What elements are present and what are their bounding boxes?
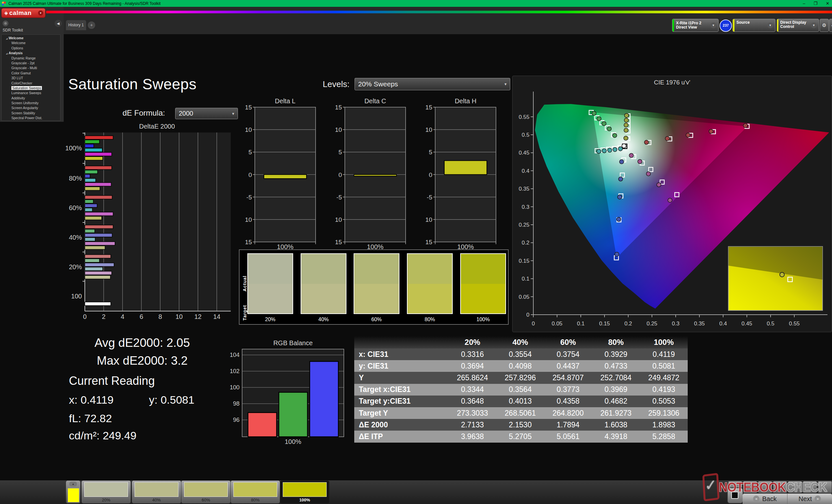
level-tile-100%[interactable]: 100% [280, 481, 329, 503]
svg-text:0.55: 0.55 [519, 114, 529, 120]
patch-color-tile[interactable]: ▲ [66, 481, 80, 503]
page-title: Saturation Sweeps [68, 75, 224, 93]
svg-text:Delta C: Delta C [364, 97, 386, 105]
svg-text:0.05: 0.05 [519, 294, 529, 300]
sidebar-pin-button[interactable] [3, 21, 8, 26]
svg-text:4: 4 [121, 313, 124, 320]
row-label: ΔE 2000 [354, 421, 448, 429]
sidebar-item-options[interactable]: Options [2, 46, 60, 51]
de-formula-select[interactable]: 2000 ▼ [175, 108, 238, 119]
levels-select[interactable]: 20% Sweeps ▼ [355, 78, 510, 90]
row-label: y: CIE31 [354, 362, 448, 370]
sidebar-item-grayscale-2pt[interactable]: Grayscale - 2pt [2, 61, 60, 65]
table-cell: 0.4733 [592, 362, 640, 370]
sidebar-item-dynamic-range[interactable]: Dynamic Range [2, 56, 60, 61]
table-row: ΔE ITP3.96385.27055.05614.39185.2858 [354, 430, 688, 442]
svg-text:96: 96 [233, 417, 239, 423]
settings-gear-button[interactable]: ⚙ [820, 19, 829, 32]
source-dropdown[interactable]: Source ▼ [732, 19, 776, 32]
actual-axis-label: Actual [242, 276, 247, 291]
avg-de2000: Avg dE2000: 2.05 [54, 334, 231, 352]
display-control-dropdown[interactable]: Direct Display Control ▼ [777, 19, 819, 32]
table-row: ΔE 20002.71332.15301.78941.60381.8983 [354, 419, 688, 430]
sidebar-item-saturation-sweeps[interactable]: Saturation Sweeps [2, 86, 60, 91]
source-label: Source [736, 21, 750, 25]
maximize-button[interactable]: ❐ [813, 0, 817, 7]
sidebar-item-additivity[interactable]: Additivity [2, 96, 60, 101]
svg-text:80%: 80% [69, 175, 82, 182]
table-header-row: 20%40%60%80%100% [354, 336, 688, 348]
actual-swatch [408, 254, 452, 284]
sidebar-item-screen-stability[interactable]: Screen Stability [2, 111, 60, 116]
svg-text:100%: 100% [285, 438, 301, 445]
sidebar-item-colorchecker[interactable]: ColorChecker [2, 81, 60, 86]
sidebar-item-welcome[interactable]: ◢Welcome [2, 36, 60, 40]
minimize-button[interactable]: – [803, 0, 805, 7]
svg-text:-15: -15 [335, 239, 342, 246]
level-tile-40%[interactable]: 40% [132, 481, 181, 503]
svg-text:102: 102 [230, 368, 239, 374]
calman-menu-button[interactable]: ◈ calman ▾ [1, 8, 46, 18]
target-swatch [248, 284, 292, 314]
expander-icon[interactable]: ◢ [6, 52, 7, 55]
delta-h-chart: Delta H151050-5-10-15100% [426, 97, 500, 250]
svg-text:0.55: 0.55 [789, 320, 800, 327]
chevron-up-icon: ▲ [69, 482, 77, 486]
tab-history-1[interactable]: History 1 [66, 20, 86, 30]
table-cell: 259.1306 [640, 409, 688, 418]
add-tab-button[interactable]: + [88, 22, 95, 29]
svg-text:0.1: 0.1 [577, 320, 585, 327]
level-tile-80%[interactable]: 80% [231, 481, 280, 503]
swatch-label: 20% [248, 317, 292, 323]
table-cell: 2.7133 [448, 421, 496, 429]
svg-text:2: 2 [102, 313, 105, 320]
table-cell: 0.5053 [640, 397, 688, 405]
expander-icon[interactable]: ◢ [6, 37, 7, 39]
meter-mode: Direct View [676, 25, 701, 30]
table-cell: 0.3316 [448, 350, 496, 359]
svg-text:0.35: 0.35 [519, 186, 529, 192]
svg-text:100: 100 [230, 384, 239, 391]
source-status-bar [733, 19, 734, 31]
sidebar-collapse-button[interactable]: ◀ [55, 20, 62, 27]
svg-text:0.15: 0.15 [519, 258, 529, 264]
meter-reading-badge[interactable]: 237 [720, 20, 732, 32]
svg-text:15: 15 [426, 104, 432, 111]
sidebar-item-3d-lut[interactable]: 3D LUT [2, 76, 60, 81]
levels-label: Levels: [323, 79, 349, 89]
swatch-label: 40% [301, 317, 346, 323]
svg-text:0.5: 0.5 [522, 132, 529, 138]
deltae2000-chart: DeltaE 200002468101214100%80%60%40%20%10… [46, 123, 234, 323]
current-patch-swatch [68, 488, 79, 502]
svg-text:20%: 20% [69, 263, 82, 271]
sidebar-item-luminance-sweeps[interactable]: Luminance Sweeps [2, 91, 60, 95]
svg-text:5: 5 [429, 149, 432, 156]
tile-label: 40% [132, 498, 181, 502]
table-cell: 0.3648 [448, 397, 496, 405]
svg-text:5: 5 [338, 149, 342, 156]
actual-swatch [248, 254, 292, 284]
sidebar-item-spectral-power-dist-[interactable]: Spectral Power Dist. [2, 116, 60, 120]
sidebar-item-analysis[interactable]: ◢Analysis [2, 51, 60, 56]
svg-text:-10: -10 [426, 216, 432, 223]
chevron-down-icon: ▼ [231, 112, 235, 116]
target-swatch [461, 284, 505, 314]
close-button[interactable]: ✕ [826, 0, 829, 7]
sidebar-item-welcome[interactable]: Welcome [2, 40, 60, 46]
level-tile-60%[interactable]: 60% [181, 481, 230, 503]
svg-text:Delta H: Delta H [455, 97, 476, 105]
svg-text:0.2: 0.2 [624, 320, 632, 327]
row-label: ΔE ITP [354, 432, 448, 441]
sidebar-item-color-gamut[interactable]: Color Gamut [2, 71, 60, 76]
svg-text:6: 6 [139, 313, 143, 320]
sidebar-item-grayscale-multi[interactable]: Grayscale - Multi [2, 65, 60, 71]
table-cell: 265.8624 [448, 373, 496, 382]
delta-c-chart: Delta C151050-5-10-15100% [335, 97, 410, 250]
svg-text:0: 0 [429, 171, 432, 178]
panel-collapse-button[interactable]: ◀ [829, 19, 832, 32]
level-tile-20%[interactable]: 20% [82, 481, 131, 503]
sidebar-item-screen-uniformity[interactable]: Screen Uniformity [2, 101, 60, 106]
sidebar-item-screen-angularity[interactable]: Screen Angularity [2, 106, 60, 110]
meter-dropdown[interactable]: X-Rite i1Pro 2 Direct View ▼ [672, 19, 719, 32]
table-cell: 0.3554 [496, 350, 544, 359]
